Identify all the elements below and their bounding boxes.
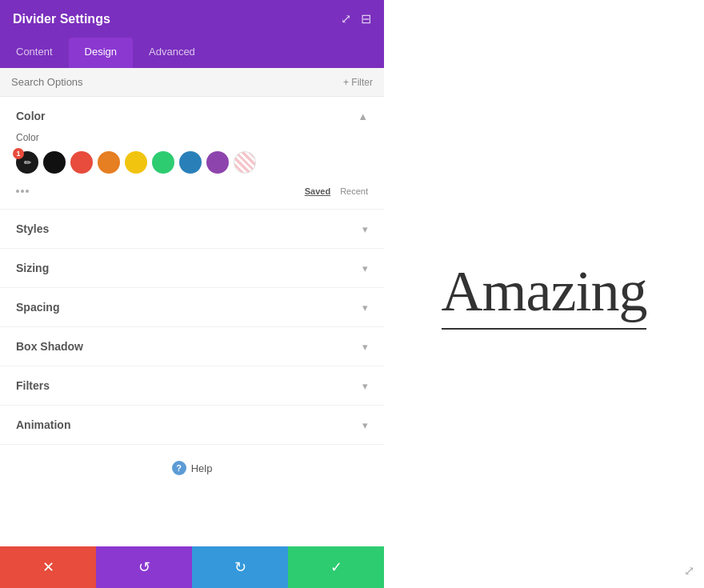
- sizing-section[interactable]: Sizing ▾: [0, 249, 384, 288]
- panel-title: Divider Settings: [13, 12, 110, 26]
- color-label: Color: [16, 132, 368, 143]
- preview-text: Amazing: [442, 258, 647, 330]
- color-swatch-blue[interactable]: [179, 151, 202, 174]
- color-swatches: 1 ✏: [16, 151, 368, 174]
- saved-tab[interactable]: Saved: [305, 186, 330, 196]
- styles-section[interactable]: Styles ▾: [0, 210, 384, 249]
- panel-content: Color ▲ Color 1 ✏: [0, 97, 384, 546]
- tab-design[interactable]: Design: [69, 38, 133, 68]
- spacing-chevron: ▾: [362, 302, 368, 314]
- sizing-title: Sizing: [16, 262, 49, 274]
- more-dots-button[interactable]: [16, 190, 29, 193]
- color-swatch-red[interactable]: [70, 151, 93, 174]
- animation-chevron: ▾: [362, 419, 368, 431]
- dot3: [26, 190, 29, 193]
- main-layout: Divider Settings ⤢ ⊟ Content Design Adva…: [0, 0, 704, 588]
- animation-section[interactable]: Animation ▾: [0, 406, 384, 445]
- pencil-icon: ✏: [24, 158, 31, 168]
- help-label[interactable]: Help: [191, 462, 213, 474]
- color-edit-swatch[interactable]: 1 ✏: [16, 151, 38, 174]
- color-section-title: Color: [16, 110, 46, 122]
- recent-tab[interactable]: Recent: [340, 186, 368, 196]
- color-swatch-striped[interactable]: [234, 151, 256, 174]
- box-shadow-title: Box Shadow: [16, 340, 83, 353]
- filters-chevron: ▾: [362, 380, 368, 392]
- color-swatch-yellow[interactable]: [125, 151, 147, 174]
- expand-icon[interactable]: ⤢: [341, 11, 351, 26]
- filters-section[interactable]: Filters ▾: [0, 366, 384, 406]
- tabs-bar: Content Design Advanced: [0, 38, 384, 68]
- box-shadow-section[interactable]: Box Shadow ▾: [0, 327, 384, 366]
- right-panel: Amazing ⤢: [384, 0, 704, 588]
- spacing-section[interactable]: Spacing ▾: [0, 288, 384, 327]
- cancel-button[interactable]: ✕: [0, 546, 96, 588]
- panel-header: Divider Settings ⤢ ⊟: [0, 0, 384, 38]
- color-swatch-orange[interactable]: [98, 151, 120, 174]
- search-input[interactable]: [11, 76, 343, 88]
- saved-recent: Saved Recent: [305, 186, 368, 196]
- dot1: [16, 190, 19, 193]
- split-icon[interactable]: ⊟: [361, 11, 371, 26]
- action-bar: ✕ ↺ ↻ ✓: [0, 546, 384, 588]
- color-swatch-purple[interactable]: [206, 151, 229, 174]
- styles-title: Styles: [16, 222, 49, 235]
- filter-button[interactable]: + Filter: [343, 77, 373, 88]
- tab-content[interactable]: Content: [0, 38, 69, 68]
- sizing-chevron: ▾: [362, 262, 368, 274]
- preview-expand-button[interactable]: ⤢: [684, 563, 694, 578]
- filters-title: Filters: [16, 379, 50, 392]
- styles-chevron: ▾: [362, 223, 368, 235]
- undo-button[interactable]: ↺: [96, 546, 192, 588]
- color-swatch-green[interactable]: [152, 151, 174, 174]
- spacing-title: Spacing: [16, 301, 59, 314]
- color-section-header[interactable]: Color ▲: [16, 110, 368, 122]
- redo-button[interactable]: ↻: [192, 546, 288, 588]
- save-button[interactable]: ✓: [288, 546, 384, 588]
- dot2: [21, 190, 24, 193]
- help-section: ? Help: [0, 445, 384, 491]
- animation-title: Animation: [16, 418, 70, 431]
- left-panel: Divider Settings ⤢ ⊟ Content Design Adva…: [0, 0, 384, 588]
- color-section: Color ▲ Color 1 ✏: [0, 97, 384, 210]
- tab-advanced[interactable]: Advanced: [133, 38, 211, 68]
- swatch-badge: 1: [13, 148, 24, 159]
- box-shadow-chevron: ▾: [362, 341, 368, 353]
- color-swatch-black[interactable]: [43, 151, 66, 174]
- search-bar: + Filter: [0, 68, 384, 97]
- color-chevron-icon: ▲: [358, 110, 368, 122]
- help-icon: ?: [172, 461, 186, 475]
- panel-header-icons: ⤢ ⊟: [341, 11, 371, 26]
